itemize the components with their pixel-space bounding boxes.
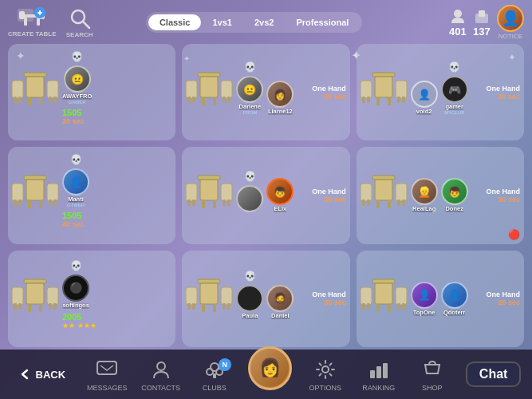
search-button[interactable]: SEARCH <box>65 6 95 38</box>
messages-label: MESSAGES <box>87 384 128 392</box>
player-name: AWAYFRO <box>62 93 92 100</box>
create-table-icon <box>17 6 47 31</box>
table-row[interactable]: 👤 void2 💀 🎮 gamer MYCLUB One Hand 30 sec <box>357 44 524 140</box>
table-row[interactable]: 💀 👤 Manti GTWER 1505 40 sec <box>8 147 175 243</box>
table-row[interactable]: 💀 😐 AWAYFRO GAMER 1505 30 sec <box>8 44 175 140</box>
clubs-button[interactable]: CLUBS N <box>195 357 234 392</box>
svg-rect-24 <box>186 81 197 98</box>
player-avatar: 👤 <box>411 81 438 108</box>
svg-rect-51 <box>47 184 58 201</box>
player-name: softingos <box>62 302 89 309</box>
svg-rect-100 <box>388 304 391 312</box>
svg-rect-69 <box>376 200 380 208</box>
player-avatar: 😐 <box>236 76 263 103</box>
table-row[interactable]: 💀 Paula 🧔 Daniel One Hand 30 sec <box>182 251 349 347</box>
table-furniture <box>186 169 234 221</box>
svg-rect-26 <box>192 97 195 103</box>
player-info: 💀 😐 Darlene FROM 👩 Liarne12 <box>236 69 309 115</box>
table-furniture <box>12 169 60 221</box>
timer: 30 sec <box>498 196 520 203</box>
svg-rect-21 <box>47 81 58 98</box>
player-tag: GTWER <box>67 203 85 207</box>
svg-rect-35 <box>362 97 365 103</box>
svg-rect-37 <box>372 73 395 77</box>
player-avatar: 😐 <box>64 65 91 93</box>
shop-label: SHOP <box>422 384 443 392</box>
player-name: Daniel <box>271 312 290 319</box>
options-button[interactable]: OPTIONS <box>305 357 345 392</box>
messages-button[interactable]: MESSAGES <box>87 357 128 392</box>
svg-rect-85 <box>187 303 191 310</box>
svg-rect-4 <box>19 11 25 19</box>
svg-rect-101 <box>396 287 407 305</box>
game-info: One Hand 20 sec <box>486 290 520 306</box>
profile-avatar-button[interactable]: 👩 <box>248 346 292 390</box>
player-info: 💀 👦 ELix <box>236 178 309 212</box>
svg-rect-48 <box>26 180 44 200</box>
svg-rect-38 <box>375 77 392 97</box>
svg-rect-92 <box>223 303 226 310</box>
player-avatar: 👤 <box>62 168 89 196</box>
back-button[interactable]: BACK <box>11 368 74 381</box>
svg-rect-99 <box>376 304 380 312</box>
chip-count: 1505 <box>62 211 81 220</box>
timer: 20 sec <box>498 298 520 306</box>
svg-rect-103 <box>402 303 405 310</box>
tab-2vs2[interactable]: 2vs2 <box>243 14 285 30</box>
tab-classic[interactable]: Classic <box>148 14 202 30</box>
table-row[interactable]: 👤 TopOne 👤 Qdoterr One Hand 20 sec <box>357 251 524 347</box>
options-label: OPTIONS <box>309 384 341 392</box>
svg-rect-83 <box>53 303 57 310</box>
player-avatar: 🧔 <box>266 285 294 312</box>
svg-rect-20 <box>39 97 42 105</box>
notice-button[interactable]: 👤 NOTICE <box>497 5 524 40</box>
svg-rect-61 <box>221 184 232 201</box>
player-avatar <box>236 285 263 312</box>
table-furniture <box>12 273 60 325</box>
player-info: 💀 Paula 🧔 Daniel <box>236 279 309 319</box>
table-grid: 💀 😐 AWAYFRO GAMER 1505 30 sec <box>8 44 524 347</box>
svg-rect-31 <box>221 81 232 98</box>
svg-rect-64 <box>361 184 372 201</box>
skull-icon: 💀 <box>70 260 82 271</box>
table-furniture <box>361 66 408 118</box>
svg-rect-96 <box>367 303 370 310</box>
contacts-button[interactable]: CONTACTS <box>141 357 181 392</box>
svg-rect-52 <box>49 200 52 206</box>
ranking-button[interactable]: RANKING <box>359 357 399 392</box>
skull-icon: 💀 <box>448 61 460 73</box>
player-name: Darlene <box>239 103 262 110</box>
svg-rect-46 <box>18 200 22 206</box>
svg-rect-73 <box>402 200 405 206</box>
table-furniture <box>361 273 408 325</box>
svg-rect-86 <box>192 303 195 310</box>
player-name: TopOne <box>413 309 435 316</box>
svg-rect-17 <box>24 73 46 77</box>
bottom-bar: BACK MESSAGES CONTACTS <box>0 350 532 399</box>
skull-icon: 💀 <box>71 51 83 62</box>
svg-rect-23 <box>53 97 57 103</box>
table-row[interactable]: 💀 👦 ELix One Hand 30 sec <box>182 147 349 243</box>
svg-rect-19 <box>28 97 31 105</box>
svg-rect-97 <box>372 279 395 283</box>
chat-button[interactable]: Chat <box>466 361 522 387</box>
player-avatar: 👦 <box>266 178 294 205</box>
svg-rect-68 <box>375 180 392 200</box>
player-avatar: ⚫ <box>62 275 89 302</box>
tab-professional[interactable]: Professional <box>285 14 360 30</box>
tab-1vs1[interactable]: 1vs1 <box>201 14 242 30</box>
game-mode: One Hand <box>486 290 520 298</box>
table-row[interactable]: 💀 😐 Darlene FROM 👩 Liarne12 One Hand 30 … <box>182 44 349 140</box>
svg-rect-27 <box>198 73 220 77</box>
table-row[interactable]: 👱 RealLag 👦 Donez One Hand 30 sec 🔴 <box>357 147 524 243</box>
svg-rect-87 <box>198 279 220 283</box>
game-mode: One Hand <box>312 188 346 196</box>
svg-rect-33 <box>227 97 231 103</box>
svg-rect-15 <box>14 97 17 103</box>
create-table-button[interactable]: CREATE TABLE <box>8 6 57 38</box>
back-label: BACK <box>36 369 66 381</box>
profile-avatar-image: 👩 <box>250 349 289 387</box>
table-row[interactable]: 💀 ⚫ softingos 2005 ★★ ★★★ <box>8 251 175 347</box>
timer: 30 sec <box>498 93 520 101</box>
shop-button[interactable]: SHOP <box>412 357 452 392</box>
